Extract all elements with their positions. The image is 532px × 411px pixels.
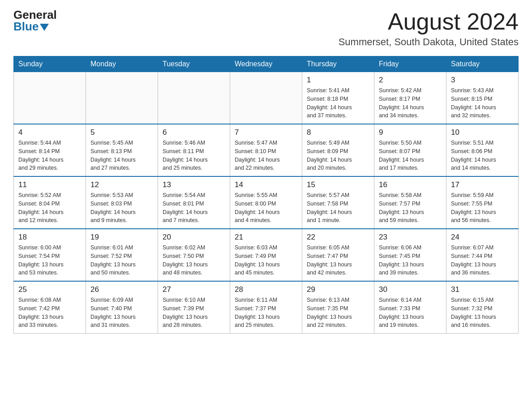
calendar-cell: 5Sunrise: 5:45 AM Sunset: 8:13 PM Daylig… bbox=[86, 124, 158, 176]
logo: General Blue bbox=[13, 9, 57, 32]
calendar-cell: 25Sunrise: 6:08 AM Sunset: 7:42 PM Dayli… bbox=[14, 281, 86, 334]
day-number: 25 bbox=[18, 285, 81, 294]
calendar-cell: 26Sunrise: 6:09 AM Sunset: 7:40 PM Dayli… bbox=[86, 281, 158, 334]
day-number: 11 bbox=[18, 180, 81, 189]
day-number: 10 bbox=[451, 128, 514, 137]
calendar-cell: 7Sunrise: 5:47 AM Sunset: 8:10 PM Daylig… bbox=[230, 124, 302, 176]
day-number: 31 bbox=[451, 285, 514, 294]
calendar-cell: 3Sunrise: 5:43 AM Sunset: 8:15 PM Daylig… bbox=[446, 72, 519, 124]
day-info: Sunrise: 6:10 AM Sunset: 7:39 PM Dayligh… bbox=[163, 296, 225, 330]
day-info: Sunrise: 5:55 AM Sunset: 8:00 PM Dayligh… bbox=[235, 191, 297, 225]
day-number: 24 bbox=[451, 233, 514, 242]
day-info: Sunrise: 6:01 AM Sunset: 7:52 PM Dayligh… bbox=[90, 244, 153, 277]
calendar-cell: 8Sunrise: 5:49 AM Sunset: 8:09 PM Daylig… bbox=[302, 124, 374, 176]
day-number: 26 bbox=[90, 285, 153, 294]
calendar-cell bbox=[86, 72, 158, 124]
calendar-cell: 9Sunrise: 5:50 AM Sunset: 8:07 PM Daylig… bbox=[374, 124, 446, 176]
month-title: August 2024 bbox=[339, 9, 519, 34]
day-info: Sunrise: 5:53 AM Sunset: 8:03 PM Dayligh… bbox=[90, 191, 153, 225]
day-info: Sunrise: 6:14 AM Sunset: 7:33 PM Dayligh… bbox=[379, 296, 442, 330]
logo-general-text: General bbox=[13, 9, 57, 21]
calendar-cell: 15Sunrise: 5:57 AM Sunset: 7:58 PM Dayli… bbox=[302, 176, 374, 229]
day-number: 30 bbox=[379, 285, 442, 294]
logo-blue-text: Blue bbox=[13, 21, 39, 32]
calendar-cell: 31Sunrise: 6:15 AM Sunset: 7:32 PM Dayli… bbox=[446, 281, 519, 334]
location-subtitle: Summerset, South Dakota, United States bbox=[339, 36, 519, 48]
day-info: Sunrise: 6:09 AM Sunset: 7:40 PM Dayligh… bbox=[90, 296, 153, 330]
day-number: 13 bbox=[163, 180, 225, 189]
day-info: Sunrise: 5:54 AM Sunset: 8:01 PM Dayligh… bbox=[163, 191, 225, 225]
day-info: Sunrise: 6:03 AM Sunset: 7:49 PM Dayligh… bbox=[235, 244, 297, 277]
day-number: 28 bbox=[235, 285, 297, 294]
calendar-cell: 17Sunrise: 5:59 AM Sunset: 7:55 PM Dayli… bbox=[446, 176, 519, 229]
day-number: 2 bbox=[379, 76, 442, 85]
calendar-cell: 13Sunrise: 5:54 AM Sunset: 8:01 PM Dayli… bbox=[158, 176, 230, 229]
calendar-cell: 4Sunrise: 5:44 AM Sunset: 8:14 PM Daylig… bbox=[14, 124, 86, 176]
day-number: 1 bbox=[307, 76, 369, 85]
day-number: 20 bbox=[163, 233, 225, 242]
calendar-table: SundayMondayTuesdayWednesdayThursdayFrid… bbox=[13, 56, 519, 334]
day-number: 29 bbox=[307, 285, 369, 294]
day-info: Sunrise: 5:46 AM Sunset: 8:11 PM Dayligh… bbox=[163, 139, 225, 172]
day-info: Sunrise: 5:43 AM Sunset: 8:15 PM Dayligh… bbox=[451, 86, 514, 120]
day-number: 21 bbox=[235, 233, 297, 242]
day-info: Sunrise: 6:02 AM Sunset: 7:50 PM Dayligh… bbox=[163, 244, 225, 277]
day-number: 4 bbox=[18, 128, 81, 137]
calendar-cell bbox=[158, 72, 230, 124]
day-info: Sunrise: 6:15 AM Sunset: 7:32 PM Dayligh… bbox=[451, 296, 514, 330]
day-info: Sunrise: 5:51 AM Sunset: 8:06 PM Dayligh… bbox=[451, 139, 514, 172]
day-info: Sunrise: 5:52 AM Sunset: 8:04 PM Dayligh… bbox=[18, 191, 81, 225]
calendar-cell: 24Sunrise: 6:07 AM Sunset: 7:44 PM Dayli… bbox=[446, 229, 519, 281]
calendar-week-3: 11Sunrise: 5:52 AM Sunset: 8:04 PM Dayli… bbox=[14, 176, 519, 229]
day-info: Sunrise: 6:11 AM Sunset: 7:37 PM Dayligh… bbox=[235, 296, 297, 330]
calendar-week-2: 4Sunrise: 5:44 AM Sunset: 8:14 PM Daylig… bbox=[14, 124, 519, 176]
day-info: Sunrise: 5:47 AM Sunset: 8:10 PM Dayligh… bbox=[235, 139, 297, 172]
calendar-week-5: 25Sunrise: 6:08 AM Sunset: 7:42 PM Dayli… bbox=[14, 281, 519, 334]
calendar-cell: 14Sunrise: 5:55 AM Sunset: 8:00 PM Dayli… bbox=[230, 176, 302, 229]
day-number: 22 bbox=[307, 233, 369, 242]
day-number: 16 bbox=[379, 180, 442, 189]
day-info: Sunrise: 5:57 AM Sunset: 7:58 PM Dayligh… bbox=[307, 191, 369, 225]
calendar-cell: 27Sunrise: 6:10 AM Sunset: 7:39 PM Dayli… bbox=[158, 281, 230, 334]
column-header-tuesday: Tuesday bbox=[158, 56, 230, 72]
calendar-cell: 21Sunrise: 6:03 AM Sunset: 7:49 PM Dayli… bbox=[230, 229, 302, 281]
calendar-cell: 18Sunrise: 6:00 AM Sunset: 7:54 PM Dayli… bbox=[14, 229, 86, 281]
day-number: 7 bbox=[235, 128, 297, 137]
calendar-week-4: 18Sunrise: 6:00 AM Sunset: 7:54 PM Dayli… bbox=[14, 229, 519, 281]
calendar-cell: 2Sunrise: 5:42 AM Sunset: 8:17 PM Daylig… bbox=[374, 72, 446, 124]
calendar-cell bbox=[14, 72, 86, 124]
day-number: 17 bbox=[451, 180, 514, 189]
column-header-thursday: Thursday bbox=[302, 56, 374, 72]
day-info: Sunrise: 5:50 AM Sunset: 8:07 PM Dayligh… bbox=[379, 139, 442, 172]
calendar-week-1: 1Sunrise: 5:41 AM Sunset: 8:18 PM Daylig… bbox=[14, 72, 519, 124]
day-info: Sunrise: 6:13 AM Sunset: 7:35 PM Dayligh… bbox=[307, 296, 369, 330]
day-info: Sunrise: 6:07 AM Sunset: 7:44 PM Dayligh… bbox=[451, 244, 514, 277]
day-info: Sunrise: 5:45 AM Sunset: 8:13 PM Dayligh… bbox=[90, 139, 153, 172]
column-header-saturday: Saturday bbox=[446, 56, 519, 72]
day-number: 9 bbox=[379, 128, 442, 137]
column-header-friday: Friday bbox=[374, 56, 446, 72]
column-header-sunday: Sunday bbox=[14, 56, 86, 72]
calendar-cell bbox=[230, 72, 302, 124]
day-number: 19 bbox=[90, 233, 153, 242]
header: General Blue August 2024 Summerset, Sout… bbox=[13, 9, 519, 48]
day-number: 12 bbox=[90, 180, 153, 189]
calendar-cell: 12Sunrise: 5:53 AM Sunset: 8:03 PM Dayli… bbox=[86, 176, 158, 229]
day-info: Sunrise: 6:05 AM Sunset: 7:47 PM Dayligh… bbox=[307, 244, 369, 277]
day-number: 23 bbox=[379, 233, 442, 242]
column-header-wednesday: Wednesday bbox=[230, 56, 302, 72]
day-number: 8 bbox=[307, 128, 369, 137]
day-number: 27 bbox=[163, 285, 225, 294]
day-number: 6 bbox=[163, 128, 225, 137]
calendar-cell: 11Sunrise: 5:52 AM Sunset: 8:04 PM Dayli… bbox=[14, 176, 86, 229]
calendar-cell: 16Sunrise: 5:58 AM Sunset: 7:57 PM Dayli… bbox=[374, 176, 446, 229]
day-info: Sunrise: 6:06 AM Sunset: 7:45 PM Dayligh… bbox=[379, 244, 442, 277]
calendar-cell: 6Sunrise: 5:46 AM Sunset: 8:11 PM Daylig… bbox=[158, 124, 230, 176]
day-info: Sunrise: 6:00 AM Sunset: 7:54 PM Dayligh… bbox=[18, 244, 81, 277]
day-info: Sunrise: 5:49 AM Sunset: 8:09 PM Dayligh… bbox=[307, 139, 369, 172]
calendar-cell: 10Sunrise: 5:51 AM Sunset: 8:06 PM Dayli… bbox=[446, 124, 519, 176]
calendar-cell: 1Sunrise: 5:41 AM Sunset: 8:18 PM Daylig… bbox=[302, 72, 374, 124]
day-info: Sunrise: 5:44 AM Sunset: 8:14 PM Dayligh… bbox=[18, 139, 81, 172]
calendar-cell: 22Sunrise: 6:05 AM Sunset: 7:47 PM Dayli… bbox=[302, 229, 374, 281]
calendar-cell: 19Sunrise: 6:01 AM Sunset: 7:52 PM Dayli… bbox=[86, 229, 158, 281]
